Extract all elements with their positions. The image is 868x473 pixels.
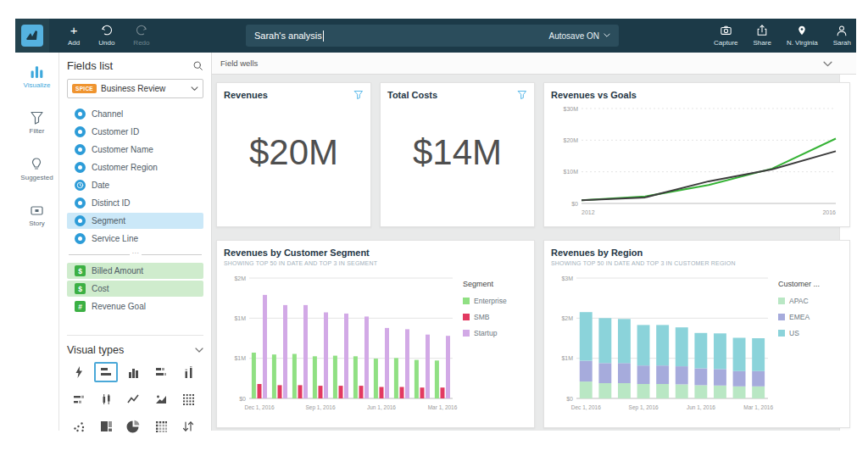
bar-Startup[interactable] bbox=[303, 305, 308, 398]
vt-table-icon[interactable] bbox=[176, 389, 200, 409]
stack-segment-APAC[interactable] bbox=[618, 383, 631, 398]
bar-Enterprise[interactable] bbox=[415, 360, 419, 398]
stack-segment-APAC[interactable] bbox=[752, 387, 765, 398]
field-date[interactable]: Date bbox=[67, 177, 203, 193]
bar-Startup[interactable] bbox=[364, 316, 369, 398]
rail-item-filter[interactable]: Filter bbox=[30, 111, 45, 135]
bar-Enterprise[interactable] bbox=[374, 359, 378, 398]
bar-SMB[interactable] bbox=[441, 387, 445, 398]
bar-SMB[interactable] bbox=[420, 387, 425, 398]
stack-segment-US[interactable] bbox=[752, 338, 765, 371]
vt-auto-graph-icon[interactable] bbox=[67, 362, 91, 382]
chart-card-revenues-by-region[interactable]: Revenues by Region SHOWING TOP 50 IN DAT… bbox=[543, 240, 850, 428]
stack-segment-APAC[interactable] bbox=[733, 387, 746, 398]
legend-item-emea[interactable]: EMEA bbox=[778, 313, 843, 321]
bar-Enterprise[interactable] bbox=[394, 358, 398, 398]
legend-item-enterprise[interactable]: Enterprise bbox=[463, 297, 527, 305]
vt-area-chart-icon[interactable] bbox=[149, 389, 173, 409]
bar-SMB[interactable] bbox=[298, 385, 303, 398]
vt-sort-arrows-icon[interactable] bbox=[176, 416, 200, 437]
stack-segment-US[interactable] bbox=[714, 333, 726, 369]
vt-vertical-bar-icon[interactable] bbox=[121, 362, 145, 382]
bar-Startup[interactable] bbox=[283, 305, 287, 398]
rail-item-suggested[interactable]: Suggested bbox=[20, 157, 53, 181]
field-revenue-goal[interactable]: # Revenue Goal bbox=[67, 298, 203, 314]
redo-button[interactable]: Redo bbox=[133, 25, 149, 47]
vt-line-chart-icon[interactable] bbox=[121, 389, 145, 409]
bar-Startup[interactable] bbox=[426, 335, 430, 398]
vt-horizontal-stacked-bar-icon[interactable] bbox=[149, 362, 173, 382]
bar-SMB[interactable] bbox=[359, 386, 364, 398]
filter-icon[interactable] bbox=[517, 90, 527, 100]
bar-Enterprise[interactable] bbox=[353, 356, 358, 398]
stack-segment-US[interactable] bbox=[618, 319, 631, 363]
field-distinct-id[interactable]: Distinct ID bbox=[67, 195, 203, 211]
bar-Startup[interactable] bbox=[324, 313, 328, 399]
bar-SMB[interactable] bbox=[339, 386, 343, 398]
bar-SMB[interactable] bbox=[278, 385, 282, 398]
add-button[interactable]: + Add bbox=[68, 25, 80, 47]
legend-item-us[interactable]: US bbox=[778, 329, 843, 337]
field-segment[interactable]: Segment bbox=[67, 213, 203, 229]
vt-scatter-plot-icon[interactable] bbox=[67, 416, 91, 437]
stack-segment-EMEA[interactable] bbox=[656, 365, 669, 384]
region-selector-button[interactable]: N. Virginia bbox=[787, 25, 818, 47]
vt-horizontal-bar-icon[interactable] bbox=[94, 362, 118, 382]
autosave-dropdown[interactable]: Autosave ON bbox=[549, 31, 610, 41]
legend-item-smb[interactable]: SMB bbox=[463, 313, 527, 321]
vt-vertical-stacked-bar-icon[interactable] bbox=[176, 362, 200, 382]
bar-SMB[interactable] bbox=[380, 387, 384, 399]
revenues-by-segment-bar-chart[interactable]: $0$1M$1M$2MDec 1, 2016Sep 1, 2016Jun 1, … bbox=[224, 270, 459, 412]
bar-Enterprise[interactable] bbox=[313, 356, 317, 398]
line-series-Revenues[interactable] bbox=[581, 139, 836, 201]
analysis-title-input[interactable]: Sarah's analysis Autosave ON bbox=[246, 25, 619, 47]
kpi-card-total-costs[interactable]: Total Costs $14M bbox=[380, 82, 535, 227]
vt-waterfall-icon[interactable] bbox=[94, 389, 118, 409]
kpi-card-revenues[interactable]: Revenues $20M bbox=[216, 82, 371, 227]
vt-pie-chart-icon[interactable] bbox=[121, 416, 145, 437]
vt-treemap-icon[interactable] bbox=[94, 416, 118, 437]
vt-pivot-table-icon[interactable] bbox=[149, 416, 173, 437]
bar-Enterprise[interactable] bbox=[292, 354, 297, 399]
stack-segment-US[interactable] bbox=[694, 333, 707, 369]
stack-segment-EMEA[interactable] bbox=[618, 363, 631, 383]
chart-card-revenues-by-segment[interactable]: Revenues by Customer Segment SHOWING TOP… bbox=[216, 240, 535, 428]
legend-item-startup[interactable]: Startup bbox=[463, 329, 527, 337]
stack-segment-APAC[interactable] bbox=[637, 384, 650, 398]
stack-segment-EMEA[interactable] bbox=[733, 371, 746, 387]
revenues-vs-goals-line-chart[interactable]: $0$10M$20M$30M20122016 bbox=[551, 100, 843, 217]
stack-segment-EMEA[interactable] bbox=[752, 371, 765, 387]
field-customer-name[interactable]: Customer Name bbox=[67, 142, 203, 158]
stack-segment-EMEA[interactable] bbox=[637, 365, 650, 384]
stack-segment-US[interactable] bbox=[733, 338, 746, 371]
bar-Startup[interactable] bbox=[385, 328, 389, 398]
filter-icon[interactable] bbox=[353, 90, 364, 100]
bar-Startup[interactable] bbox=[263, 295, 267, 398]
stack-segment-EMEA[interactable] bbox=[694, 369, 707, 386]
field-service-line[interactable]: Service Line bbox=[67, 231, 203, 247]
stack-segment-US[interactable] bbox=[580, 312, 593, 360]
visual-types-header[interactable]: Visual types bbox=[67, 335, 203, 356]
bar-Enterprise[interactable] bbox=[435, 360, 439, 398]
stack-segment-APAC[interactable] bbox=[694, 385, 707, 398]
bar-Startup[interactable] bbox=[446, 336, 450, 398]
rail-item-story[interactable]: Story bbox=[29, 203, 45, 227]
field-customer-id[interactable]: Customer ID bbox=[67, 124, 203, 140]
stack-segment-APAC[interactable] bbox=[580, 381, 593, 398]
stack-segment-APAC[interactable] bbox=[714, 386, 726, 398]
undo-button[interactable]: Undo bbox=[98, 25, 114, 47]
stack-segment-EMEA[interactable] bbox=[580, 361, 593, 382]
bar-SMB[interactable] bbox=[400, 387, 404, 399]
stack-segment-EMEA[interactable] bbox=[714, 369, 726, 385]
user-menu-button[interactable]: Sarah bbox=[833, 25, 851, 47]
bar-SMB[interactable] bbox=[319, 386, 323, 398]
capture-button[interactable]: Capture bbox=[714, 25, 737, 47]
field-channel[interactable]: Channel bbox=[67, 106, 203, 122]
quicksight-logo[interactable] bbox=[15, 19, 49, 53]
bar-Enterprise[interactable] bbox=[252, 353, 256, 398]
chart-card-revenues-vs-goals[interactable]: Revenues vs Goals $0$10M$20M$30M20122016 bbox=[543, 82, 850, 227]
stack-segment-US[interactable] bbox=[637, 325, 650, 365]
bar-Enterprise[interactable] bbox=[272, 354, 276, 398]
field-customer-region[interactable]: Customer Region bbox=[67, 159, 203, 175]
stack-segment-EMEA[interactable] bbox=[676, 366, 688, 384]
